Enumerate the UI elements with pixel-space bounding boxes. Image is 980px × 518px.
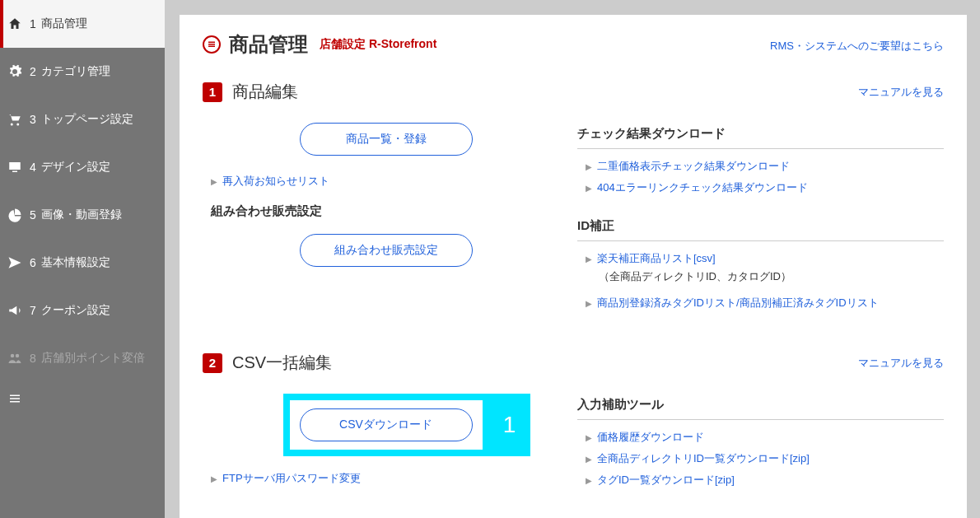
section-columns: CSVダウンロード 1 ▶ FTPサーバ用パスワード変更 入力補助ツール ▶ xyxy=(203,394,944,507)
sidebar-item-products[interactable]: 1 商品管理 xyxy=(0,0,165,48)
section-number: 2 xyxy=(203,353,222,373)
sidebar-item-category[interactable]: 2 カテゴリ管理 xyxy=(0,48,165,96)
sidebar-item-design[interactable]: 4 デザイン設定 xyxy=(0,143,165,191)
column-left: 商品一覧・登録 ▶ 再入荷お知らせリスト 組み合わせ販売設定 組み合わせ販売設定 xyxy=(203,123,569,330)
link-label: 二重価格表示チェック結果ダウンロード xyxy=(597,159,790,174)
gear-icon xyxy=(7,63,23,80)
sidebar-item-num: 1 xyxy=(30,17,36,30)
sidebar-item-list[interactable] xyxy=(0,382,165,415)
link-label: 再入荷お知らせリスト xyxy=(222,174,329,189)
section-title-wrap: 2 CSV一括編集 xyxy=(203,352,332,374)
sidebar-item-label: カテゴリ管理 xyxy=(41,64,110,79)
sidebar-item-label: デザイン設定 xyxy=(41,160,110,175)
link-label: 楽天補正商品リスト[csv] xyxy=(597,251,716,266)
check-result-heading: チェック結果ダウンロード xyxy=(577,123,944,149)
manual-link[interactable]: マニュアルを見る xyxy=(858,85,944,100)
sidebar-item-num: 2 xyxy=(30,65,36,78)
404-error-check-link[interactable]: ▶ 404エラーリンクチェック結果ダウンロード xyxy=(577,177,944,198)
chevron-right-icon: ▶ xyxy=(586,455,592,464)
sidebar-item-media[interactable]: 5 画像・動画登録 xyxy=(0,191,165,239)
price-history-download-link[interactable]: ▶ 価格履歴ダウンロード xyxy=(577,427,944,448)
sidebar-item-num: 5 xyxy=(30,208,36,222)
main-content: 商品管理 店舗設定 R-Storefront RMS・システムへのご要望はこちら… xyxy=(165,0,980,518)
chevron-right-icon: ▶ xyxy=(586,476,592,485)
link-label: 商品別登録済みタグIDリスト/商品別補正済みタグIDリスト xyxy=(597,296,879,310)
page-header: 商品管理 店舗設定 R-Storefront RMS・システムへのご要望はこちら xyxy=(203,31,944,58)
section-title-wrap: 1 商品編集 xyxy=(203,81,298,103)
sidebar-item-toppage[interactable]: 3 トップページ設定 xyxy=(0,96,165,143)
chevron-right-icon: ▶ xyxy=(586,433,592,442)
csv-download-button[interactable]: CSVダウンロード xyxy=(300,408,473,441)
sidebar-item-basic-info[interactable]: 6 基本情報設定 xyxy=(0,239,165,287)
product-tag-id-list-link[interactable]: ▶ 商品別登録済みタグIDリスト/商品別補正済みタグIDリスト xyxy=(577,292,944,314)
content-panel: 商品管理 店舗設定 R-Storefront RMS・システムへのご要望はこちら… xyxy=(180,15,967,518)
sidebar-item-num: 7 xyxy=(30,304,36,317)
column-right: 入力補助ツール ▶ 価格履歴ダウンロード ▶ 全商品ディレクトリID一覧ダウンロ… xyxy=(577,394,944,507)
link-label: 価格履歴ダウンロード xyxy=(597,430,704,445)
header-left: 商品管理 店舗設定 R-Storefront xyxy=(203,31,436,58)
section-title: 商品編集 xyxy=(232,81,298,103)
link-label: FTPサーバ用パスワード変更 xyxy=(222,471,361,486)
directory-id-download-link[interactable]: ▶ 全商品ディレクトリID一覧ダウンロード[zip] xyxy=(577,448,944,469)
id-correction-note: （全商品ディレクトリID、カタログID） xyxy=(577,269,944,284)
sidebar-item-label: 画像・動画登録 xyxy=(41,208,122,222)
restock-notice-link[interactable]: ▶ 再入荷お知らせリスト xyxy=(203,170,569,192)
header-list-icon xyxy=(203,35,221,54)
ftp-password-change-link[interactable]: ▶ FTPサーバ用パスワード変更 xyxy=(203,468,569,489)
send-icon xyxy=(7,254,23,271)
link-label: 404エラーリンクチェック結果ダウンロード xyxy=(597,180,808,195)
megaphone-icon xyxy=(7,302,23,319)
sidebar-item-label: 商品管理 xyxy=(41,16,87,31)
tag-id-download-link[interactable]: ▶ タグID一覧ダウンロード[zip] xyxy=(577,469,944,491)
sidebar-item-num: 8 xyxy=(30,352,36,365)
chevron-right-icon: ▶ xyxy=(586,254,592,264)
rakuten-correction-list-link[interactable]: ▶ 楽天補正商品リスト[csv] xyxy=(577,248,944,269)
section-csv-batch-edit: 2 CSV一括編集 マニュアルを見る CSVダウンロード 1 ▶ FTPサーバ用… xyxy=(203,352,944,507)
list-icon xyxy=(7,390,23,407)
section-title: CSV一括編集 xyxy=(232,352,332,374)
sidebar-item-label: 基本情報設定 xyxy=(41,255,110,270)
link-label: タグID一覧ダウンロード[zip] xyxy=(597,473,735,488)
sidebar-item-label: 店舗別ポイント変倍 xyxy=(41,351,145,366)
sidebar-item-label: トップページ設定 xyxy=(41,112,133,127)
sidebar-item-coupon[interactable]: 7 クーポン設定 xyxy=(0,287,165,334)
page-subtitle: 店舗設定 R-Storefront xyxy=(320,37,436,52)
monitor-icon xyxy=(7,159,23,175)
app-root: 1 商品管理 2 カテゴリ管理 3 トップページ設定 4 デザイン設定 xyxy=(0,0,980,518)
section-header: 1 商品編集 マニュアルを見る xyxy=(203,81,944,103)
id-correction-links: ▶ 楽天補正商品リスト[csv] （全商品ディレクトリID、カタログID） ▶ … xyxy=(577,248,944,314)
sidebar: 1 商品管理 2 カテゴリ管理 3 トップページ設定 4 デザイン設定 xyxy=(0,0,165,518)
sidebar-item-num: 4 xyxy=(30,161,36,174)
combination-sale-heading: 組み合わせ販売設定 xyxy=(211,203,569,219)
combination-sale-button[interactable]: 組み合わせ販売設定 xyxy=(300,234,473,267)
check-result-links: ▶ 二重価格表示チェック結果ダウンロード ▶ 404エラーリンクチェック結果ダウ… xyxy=(577,156,944,198)
manual-link[interactable]: マニュアルを見る xyxy=(858,356,944,371)
chevron-right-icon: ▶ xyxy=(586,162,592,171)
input-assist-heading: 入力補助ツール xyxy=(577,394,944,420)
pie-icon xyxy=(7,207,23,223)
product-list-register-button[interactable]: 商品一覧・登録 xyxy=(300,123,473,156)
column-right: チェック結果ダウンロード ▶ 二重価格表示チェック結果ダウンロード ▶ 404エ… xyxy=(577,123,944,330)
home-icon xyxy=(7,16,23,32)
chevron-right-icon: ▶ xyxy=(586,184,592,193)
id-correction-heading: ID補正 xyxy=(577,215,944,241)
input-assist-links: ▶ 価格履歴ダウンロード ▶ 全商品ディレクトリID一覧ダウンロード[zip] … xyxy=(577,427,944,491)
chevron-right-icon: ▶ xyxy=(211,474,217,483)
sidebar-item-label: クーポン設定 xyxy=(41,303,110,318)
users-icon xyxy=(7,350,23,366)
section-columns: 商品一覧・登録 ▶ 再入荷お知らせリスト 組み合わせ販売設定 組み合わせ販売設定… xyxy=(203,123,944,330)
sidebar-item-points[interactable]: 8 店舗別ポイント変倍 xyxy=(0,334,165,382)
double-price-check-link[interactable]: ▶ 二重価格表示チェック結果ダウンロード xyxy=(577,156,944,177)
csv-download-highlight: CSVダウンロード 1 xyxy=(283,394,489,456)
page-title: 商品管理 xyxy=(229,31,308,58)
rms-request-link[interactable]: RMS・システムへのご要望はこちら xyxy=(770,39,944,54)
cart-icon xyxy=(7,111,23,128)
column-left: CSVダウンロード 1 ▶ FTPサーバ用パスワード変更 xyxy=(203,394,569,507)
highlight-badge: 1 xyxy=(489,394,530,456)
section-product-edit: 1 商品編集 マニュアルを見る 商品一覧・登録 ▶ 再入荷お知らせリスト 組み合… xyxy=(203,81,944,330)
chevron-right-icon: ▶ xyxy=(586,299,592,308)
section-number: 1 xyxy=(203,82,222,102)
sidebar-item-num: 6 xyxy=(30,256,36,269)
sidebar-item-num: 3 xyxy=(30,113,36,126)
section-header: 2 CSV一括編集 マニュアルを見る xyxy=(203,352,944,374)
